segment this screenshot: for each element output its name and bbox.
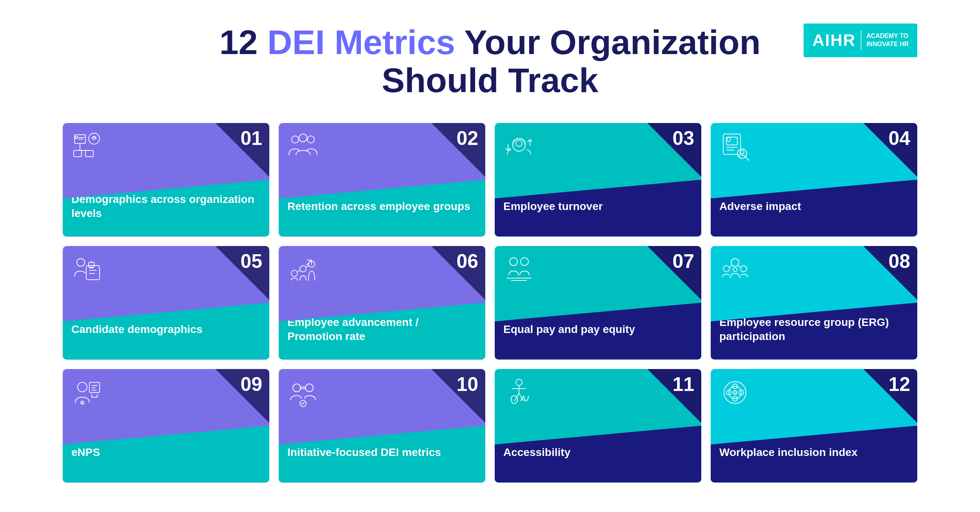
metric-number-12: 12 (888, 375, 910, 394)
svg-point-12 (299, 134, 307, 142)
svg-rect-1 (75, 136, 78, 139)
metric-number-09: 09 (240, 375, 262, 394)
svg-point-36 (510, 258, 517, 266)
metric-card-01: 01 Demographics across organization leve… (63, 123, 269, 237)
metrics-grid: 01 Demographics across organization leve… (63, 123, 917, 483)
svg-point-58 (305, 384, 313, 392)
svg-line-34 (298, 270, 300, 272)
card-icon-03 (503, 131, 535, 162)
svg-point-57 (293, 384, 301, 392)
metric-number-08: 08 (888, 251, 910, 271)
svg-point-32 (300, 266, 306, 272)
svg-point-62 (516, 379, 522, 385)
metric-label-03: Employee turnover (503, 199, 603, 213)
metric-label-12: Workplace inclusion index (719, 445, 858, 460)
card-icon-12 (719, 377, 751, 408)
metric-card-07: 07 Equal pay and pay equity (495, 246, 701, 360)
card-icon-10 (287, 377, 319, 408)
metric-label-08: Employee resource group (ERG) participat… (719, 315, 908, 344)
svg-line-46 (738, 266, 740, 268)
metric-number-05: 05 (240, 251, 262, 271)
svg-point-13 (307, 136, 314, 143)
metric-label-05: Candidate demographics (71, 322, 203, 337)
metric-number-01: 01 (240, 128, 262, 148)
card-icon-11 (503, 377, 535, 408)
logo-divider (860, 31, 862, 50)
metric-number-07: 07 (672, 251, 694, 271)
svg-rect-29 (89, 262, 94, 267)
title-block: 12 DEI Metrics Your Organization Should … (220, 24, 761, 100)
svg-rect-7 (74, 150, 82, 157)
metric-card-05: 05 Candidate demographics (63, 246, 269, 360)
svg-point-53 (81, 401, 84, 404)
svg-point-15 (516, 140, 522, 147)
logo-tagline: ACADEMY TOINNOVATE HR (866, 32, 909, 49)
metric-label-01: Demographics across organization levels (71, 192, 260, 221)
metric-card-02: 02 Retention across employee groups (279, 123, 485, 237)
metric-card-04: 04 Adverse impact (711, 123, 917, 237)
card-icon-06 (287, 254, 319, 285)
metric-label-07: Equal pay and pay equity (503, 322, 635, 337)
page-title: 12 DEI Metrics Your Organization (220, 24, 761, 62)
svg-point-44 (740, 266, 747, 272)
svg-point-18 (727, 137, 731, 141)
svg-line-45 (730, 266, 732, 268)
title-highlight: DEI Metrics (267, 23, 455, 62)
metric-number-02: 02 (456, 128, 478, 148)
svg-point-11 (292, 136, 299, 143)
card-icon-09 (71, 377, 103, 408)
card-icon-08 (719, 254, 751, 285)
title-part1: 12 (220, 23, 267, 62)
metric-label-09: eNPS (71, 445, 100, 460)
metric-number-04: 04 (888, 128, 910, 148)
metric-card-10: 10 Initiative-focused DEI metrics (279, 369, 485, 483)
svg-point-37 (521, 258, 528, 266)
svg-point-74 (733, 391, 737, 394)
metric-label-11: Accessibility (503, 445, 570, 460)
metric-card-03: 03 Employee turnover (495, 123, 701, 237)
svg-point-4 (89, 133, 100, 144)
metric-card-06: 06 Employee advancement / Promotion rate (279, 246, 485, 360)
card-icon-05 (71, 254, 103, 285)
svg-line-35 (306, 266, 309, 267)
svg-point-43 (723, 266, 730, 272)
metric-card-08: 08 Employee resource group (ERG) partici… (711, 246, 917, 360)
metric-label-06: Employee advancement / Promotion rate (287, 315, 476, 344)
svg-point-42 (731, 259, 739, 266)
metric-number-03: 03 (672, 128, 694, 148)
metric-number-10: 10 (456, 375, 478, 394)
svg-rect-8 (85, 150, 93, 157)
metric-card-12: 12 Workplace inclusion index (711, 369, 917, 483)
metric-card-11: 11 Accessibility (495, 369, 701, 483)
card-icon-04 (719, 131, 751, 162)
card-icon-02 (287, 131, 319, 162)
logo-name: AIHR (812, 31, 856, 50)
svg-line-23 (746, 157, 749, 161)
metric-label-04: Adverse impact (719, 199, 801, 213)
svg-point-47 (733, 268, 737, 271)
svg-rect-67 (511, 396, 517, 403)
page-title-line2: Should Track (220, 62, 761, 100)
svg-point-31 (291, 270, 298, 277)
metric-number-11: 11 (672, 375, 694, 394)
aihr-logo: AIHR ACADEMY TOINNOVATE HR (804, 24, 917, 57)
card-icon-01 (71, 131, 103, 162)
metric-label-10: Initiative-focused DEI metrics (287, 445, 441, 460)
page-header: 12 DEI Metrics Your Organization Should … (63, 24, 917, 100)
title-part2: Your Organization (455, 23, 760, 62)
metric-label-02: Retention across employee groups (287, 199, 470, 213)
metric-number-06: 06 (456, 251, 478, 271)
svg-point-48 (78, 382, 87, 392)
metric-card-09: 09 eNPS (63, 369, 269, 483)
card-icon-07 (503, 254, 535, 285)
svg-point-24 (77, 259, 85, 266)
